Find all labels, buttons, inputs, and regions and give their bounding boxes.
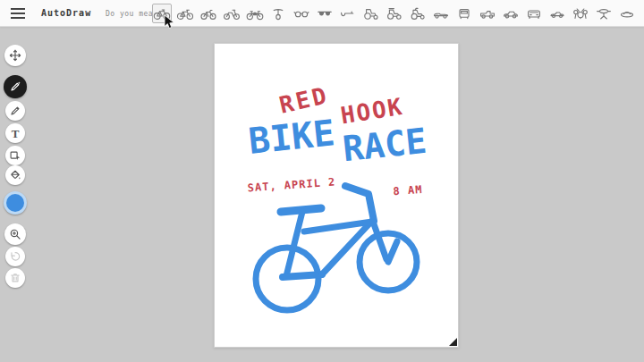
- pipe-icon: [339, 6, 357, 21]
- suggestion-drum-kit[interactable]: [571, 4, 590, 23]
- suggestion-pipe[interactable]: [338, 4, 358, 23]
- drawing-canvas[interactable]: REDHOOKBIKERACESAT, APRIL 28 AM: [214, 43, 459, 348]
- suggestion-tractor-3[interactable]: [408, 4, 428, 23]
- car-top-icon: [618, 6, 636, 21]
- bicycle-3-icon: [199, 6, 217, 21]
- sunglasses-icon: [316, 6, 334, 21]
- car-front-icon: [525, 6, 543, 21]
- suggestion-bicycle-front[interactable]: [268, 4, 288, 23]
- suggestion-row: [152, 4, 637, 23]
- tractor-3-icon: [409, 6, 427, 21]
- scooter-icon: [223, 6, 241, 21]
- suggestion-sunglasses[interactable]: [315, 4, 335, 23]
- draw-tool[interactable]: [5, 101, 25, 121]
- suggestion-scooter[interactable]: [222, 4, 242, 23]
- suggestion-bicycle-2[interactable]: [175, 4, 195, 23]
- suggestion-pickup-truck[interactable]: [478, 4, 497, 23]
- text-icon: T: [12, 128, 20, 139]
- canvas-resize-handle[interactable]: [449, 338, 457, 346]
- tool-palette: T: [0, 27, 32, 362]
- drum-kit-icon: [572, 6, 589, 21]
- motorcycle-icon: [246, 6, 264, 21]
- pencil-icon: [9, 105, 21, 117]
- suggestion-car-side[interactable]: [547, 4, 567, 23]
- undo-tool[interactable]: [5, 247, 25, 266]
- fill-bucket-icon: [9, 169, 21, 181]
- suggestion-car-front[interactable]: [524, 4, 544, 23]
- move-icon: [9, 49, 21, 62]
- magic-pencil-icon: [9, 80, 21, 93]
- suggestion-eyeglasses[interactable]: [292, 4, 311, 23]
- suggestion-car-top[interactable]: [617, 4, 637, 23]
- shape-icon: [9, 149, 21, 162]
- car-side-icon: [548, 6, 566, 21]
- select-tool[interactable]: [4, 45, 26, 66]
- suggestion-motorcycle[interactable]: [245, 4, 265, 23]
- autodraw-tool[interactable]: [4, 75, 27, 98]
- pickup-truck-icon: [479, 6, 496, 21]
- convertible-icon: [432, 6, 450, 21]
- bicycle-2-icon: [176, 6, 194, 21]
- suggestion-drum-stand[interactable]: [594, 4, 614, 23]
- app-title: AutoDraw: [41, 8, 91, 18]
- suggestion-sedan[interactable]: [501, 4, 521, 23]
- zoom-tool[interactable]: [4, 223, 26, 245]
- cursor-pointer: [164, 14, 175, 29]
- top-bar: AutoDraw Do you mean:: [0, 0, 644, 27]
- menu-icon[interactable]: [11, 8, 25, 19]
- undo-icon: [9, 250, 21, 263]
- delete-tool[interactable]: [5, 268, 25, 288]
- suggestion-tractor[interactable]: [361, 4, 381, 23]
- shapes-tool[interactable]: [5, 146, 25, 165]
- bicycle-front-icon: [269, 6, 287, 21]
- fill-tool[interactable]: [5, 165, 25, 185]
- color-tool[interactable]: [4, 191, 27, 215]
- canvas-text-time: 8 AM: [393, 183, 423, 198]
- color-swatch: [6, 194, 24, 212]
- magnifier-icon: [9, 228, 21, 240]
- drum-stand-icon: [595, 6, 613, 21]
- suggestion-bicycle-3[interactable]: [199, 4, 218, 23]
- trash-icon: [9, 272, 21, 284]
- suggestion-van-front[interactable]: [454, 4, 474, 23]
- suggestion-convertible[interactable]: [431, 4, 451, 23]
- tractor-icon: [362, 6, 380, 21]
- suggestion-tractor-2[interactable]: [385, 4, 404, 23]
- eyeglasses-icon: [292, 6, 310, 21]
- tractor-2-icon: [386, 6, 403, 21]
- sedan-icon: [502, 6, 520, 21]
- van-front-icon: [455, 6, 473, 21]
- type-tool[interactable]: T: [5, 123, 25, 143]
